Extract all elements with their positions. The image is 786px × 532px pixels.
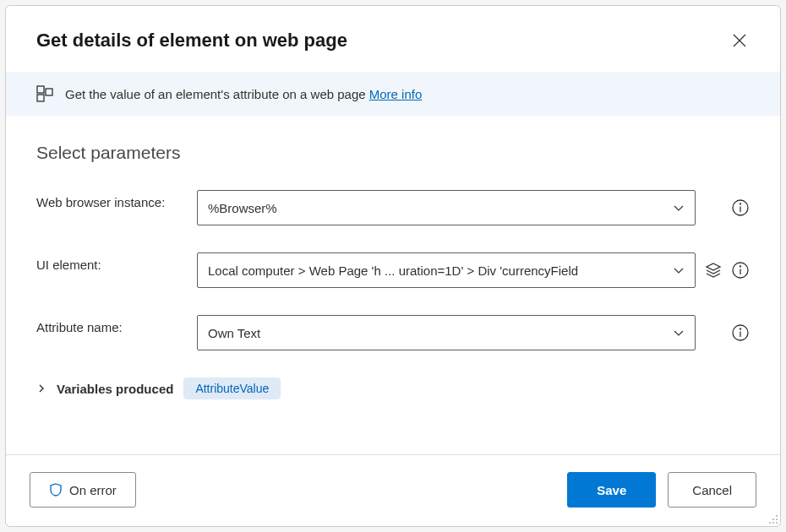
chevron-down-icon <box>673 264 685 276</box>
browser-value: %Browser% <box>208 201 277 215</box>
svg-rect-4 <box>46 89 52 95</box>
svg-rect-3 <box>37 95 44 101</box>
section-heading: Select parameters <box>36 143 750 163</box>
chevron-down-icon <box>673 202 685 214</box>
dialog-title: Get details of element on web page <box>36 30 347 52</box>
uielement-layers-button[interactable] <box>704 261 723 280</box>
info-icon <box>732 199 749 216</box>
attribute-control-wrap: Own Text <box>197 315 750 350</box>
info-banner: Get the value of an element's attribute … <box>6 72 780 116</box>
cancel-label: Cancel <box>692 483 732 497</box>
uielement-dropdown[interactable]: Local computer > Web Page 'h ... uration… <box>197 252 696 288</box>
on-error-label: On error <box>69 483 117 497</box>
info-icon <box>732 324 749 341</box>
close-icon <box>733 34 746 47</box>
param-row-browser: Web browser instance: %Browser% <box>36 190 750 225</box>
dialog-window: Get details of element on web page Get t… <box>5 5 781 527</box>
browser-dropdown[interactable]: %Browser% <box>197 190 696 225</box>
uielement-label: UI element: <box>36 252 197 272</box>
variables-row: Variables produced AttributeValue <box>36 377 750 399</box>
close-button[interactable] <box>729 30 750 51</box>
svg-point-10 <box>740 266 741 267</box>
shield-icon <box>49 483 63 497</box>
params-section: Select parameters Web browser instance: … <box>6 116 780 454</box>
variable-pill[interactable]: AttributeValue <box>183 377 281 399</box>
banner-description: Get the value of an element's attribute … <box>65 87 369 101</box>
attribute-dropdown[interactable]: Own Text <box>197 315 696 350</box>
more-info-link[interactable]: More info <box>369 87 423 101</box>
layers-icon <box>705 262 722 279</box>
cancel-button[interactable]: Cancel <box>668 472 756 508</box>
browser-control-wrap: %Browser% <box>197 190 750 225</box>
on-error-button[interactable]: On error <box>30 472 136 508</box>
svg-point-6 <box>740 204 741 204</box>
chevron-down-icon <box>673 327 685 339</box>
grid-icon <box>36 85 53 102</box>
uielement-info-button[interactable] <box>731 261 750 280</box>
svg-marker-8 <box>707 263 720 270</box>
footer-right: Save Cancel <box>567 472 756 508</box>
attribute-value: Own Text <box>208 326 260 340</box>
attribute-info-button[interactable] <box>731 323 750 342</box>
browser-label: Web browser instance: <box>36 190 197 209</box>
attribute-label: Attribute name: <box>36 315 197 334</box>
uielement-value: Local computer > Web Page 'h ... uration… <box>208 263 578 278</box>
svg-rect-2 <box>37 86 44 93</box>
param-row-uielement: UI element: Local computer > Web Page 'h… <box>36 252 750 288</box>
dialog-header: Get details of element on web page <box>6 6 780 72</box>
save-button[interactable]: Save <box>567 472 656 508</box>
browser-info-button[interactable] <box>731 198 750 217</box>
variables-label: Variables produced <box>57 382 173 396</box>
banner-text: Get the value of an element's attribute … <box>65 87 422 101</box>
dialog-footer: On error Save Cancel <box>6 455 780 526</box>
svg-point-13 <box>740 328 741 329</box>
uielement-control-wrap: Local computer > Web Page 'h ... uration… <box>197 252 750 288</box>
info-icon <box>732 262 749 279</box>
chevron-right-icon[interactable] <box>36 383 46 394</box>
param-row-attribute: Attribute name: Own Text <box>36 315 750 350</box>
save-label: Save <box>597 483 626 497</box>
